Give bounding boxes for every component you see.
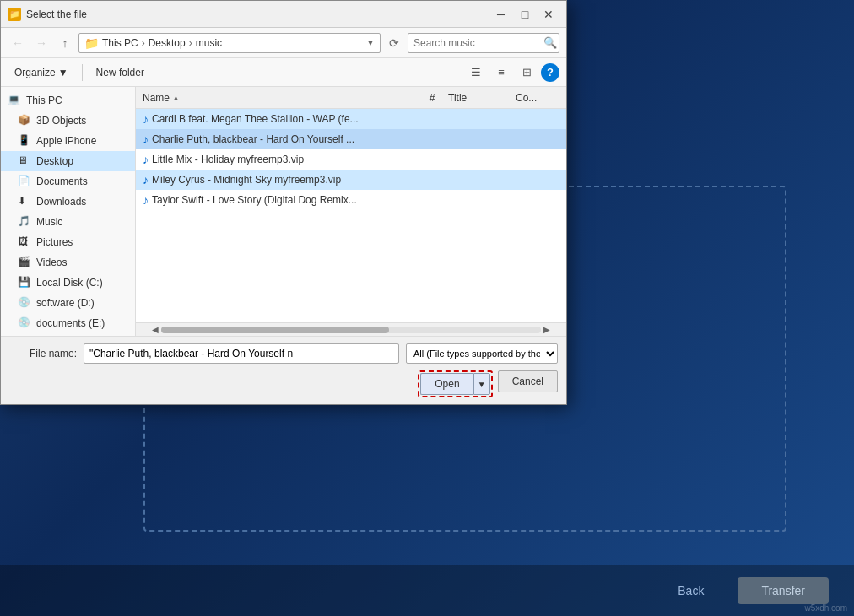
sidebar-label-pictures: Pictures xyxy=(36,236,73,248)
cancel-button[interactable]: Cancel xyxy=(498,370,558,392)
sidebar-label-apple-iphone: Apple iPhone xyxy=(36,135,96,147)
path-dropdown-arrow[interactable]: ▼ xyxy=(366,38,375,47)
hscroll-thumb[interactable] xyxy=(161,327,389,333)
open-button-main[interactable]: Open xyxy=(420,373,473,395)
col-header-name[interactable]: Name ▲ xyxy=(139,92,419,104)
file-name-1: ♪ Cardi B feat. Megan Thee Stallion - WA… xyxy=(139,112,419,126)
path-folder-icon: 📁 xyxy=(84,36,99,50)
close-button[interactable]: ✕ xyxy=(538,5,559,24)
col-name-label: Name xyxy=(143,92,170,104)
help-button[interactable]: ? xyxy=(541,63,559,82)
file-row-4[interactable]: ♪ Miley Cyrus - Midnight Sky myfreemp3.v… xyxy=(136,170,566,190)
iphone-icon: 📱 xyxy=(18,134,31,148)
file-label-5: Taylor Swift - Love Story (Digital Dog R… xyxy=(152,194,357,206)
pictures-icon: 🖼 xyxy=(18,235,31,249)
minimize-button[interactable]: ─ xyxy=(490,5,512,24)
organize-label: Organize xyxy=(14,67,56,78)
sidebar-item-apple-iphone[interactable]: 📱 Apple iPhone xyxy=(1,131,135,151)
file-label-3: Little Mix - Holiday myfreemp3.vip xyxy=(152,154,304,165)
col-num-label: # xyxy=(430,92,435,104)
back-button[interactable]: Back xyxy=(654,577,727,604)
sidebar-item-desktop[interactable]: 🖥 Desktop xyxy=(1,151,135,171)
file-row-5[interactable]: ♪ Taylor Swift - Love Story (Digital Dog… xyxy=(136,190,566,210)
forward-nav-button[interactable]: → xyxy=(31,33,51,53)
file-row-3[interactable]: ♪ Little Mix - Holiday myfreemp3.vip xyxy=(136,149,566,170)
filename-label: File name: xyxy=(9,348,77,359)
main-area: 💻 This PC 📦 3D Objects 📱 Apple iPhone 🖥 … xyxy=(1,87,566,336)
horizontal-scrollbar[interactable]: ◀ ▶ xyxy=(136,322,566,336)
hscroll-right-arrow[interactable]: ▶ xyxy=(541,324,553,336)
downloads-icon: ⬇ xyxy=(18,195,31,208)
documents-icon: 📄 xyxy=(18,175,31,188)
sidebar-label-documents: Documents xyxy=(36,176,88,187)
title-bar-controls: ─ □ ✕ xyxy=(490,5,559,24)
new-folder-label: New folder xyxy=(96,67,144,78)
filetype-select[interactable]: All (File types supported by the xyxy=(406,343,558,364)
sidebar-label-documents-e: documents (E:) xyxy=(36,317,105,329)
sidebar-label-3d-objects: 3D Objects xyxy=(36,115,86,127)
hscroll-left-arrow[interactable]: ◀ xyxy=(149,324,161,336)
col-title-label: Title xyxy=(448,92,467,104)
organize-button[interactable]: Organize ▼ xyxy=(8,64,75,81)
file-name-5: ♪ Taylor Swift - Love Story (Digital Dog… xyxy=(139,193,419,207)
address-bar: ← → ↑ 📁 This PC › Desktop › music ▼ ⟳ 🔍 xyxy=(1,28,566,58)
sidebar-label-desktop: Desktop xyxy=(36,155,73,167)
open-button-dropdown[interactable]: ▼ xyxy=(473,373,490,395)
back-nav-button[interactable]: ← xyxy=(8,33,28,53)
sidebar-item-3d-objects[interactable]: 📦 3D Objects xyxy=(1,111,135,131)
sidebar-item-this-pc[interactable]: 💻 This PC xyxy=(1,90,135,111)
dialog-icon: 📁 xyxy=(8,8,21,21)
refresh-button[interactable]: ⟳ xyxy=(384,33,404,53)
file-name-2: ♪ Charlie Puth, blackbear - Hard On Your… xyxy=(139,132,419,146)
path-sep-1: › xyxy=(142,37,145,49)
new-folder-button[interactable]: New folder xyxy=(89,64,151,81)
address-path[interactable]: 📁 This PC › Desktop › music ▼ xyxy=(78,33,381,53)
view-list-button[interactable]: ☰ xyxy=(465,62,487,83)
disk-c-icon: 💾 xyxy=(18,276,31,289)
sidebar-label-software-d: software (D:) xyxy=(36,297,95,309)
maximize-button[interactable]: □ xyxy=(514,5,536,24)
toolbar-right: ☰ ≡ ⊞ ? xyxy=(465,62,559,83)
col-header-contributing[interactable]: Co... xyxy=(512,92,563,104)
transfer-button[interactable]: Transfer xyxy=(738,577,829,604)
music-file-icon-3: ♪ xyxy=(143,153,149,166)
sidebar-item-music[interactable]: 🎵 Music xyxy=(1,212,135,232)
file-dialog: 📁 Select the file ─ □ ✕ ← → ↑ 📁 This PC … xyxy=(0,0,567,405)
file-row-1[interactable]: ♪ Cardi B feat. Megan Thee Stallion - WA… xyxy=(136,109,566,129)
filename-input[interactable] xyxy=(84,343,399,364)
sidebar-label-music: Music xyxy=(36,216,62,228)
sidebar-item-software-d[interactable]: 💿 software (D:) xyxy=(1,293,135,313)
file-row-2[interactable]: ♪ Charlie Puth, blackbear - Hard On Your… xyxy=(136,129,566,149)
file-list-area: Name ▲ # Title Co... ♪ Cardi B xyxy=(136,87,566,336)
dialog-bottom: File name: All (File types supported by … xyxy=(1,336,566,404)
column-headers: Name ▲ # Title Co... xyxy=(136,87,566,109)
search-input[interactable] xyxy=(413,37,540,49)
sidebar-item-documents[interactable]: 📄 Documents xyxy=(1,171,135,192)
sidebar-label-this-pc: This PC xyxy=(26,95,62,106)
3d-objects-icon: 📦 xyxy=(18,114,31,127)
file-rows: ♪ Cardi B feat. Megan Thee Stallion - WA… xyxy=(136,109,566,322)
col-header-title[interactable]: Title xyxy=(445,92,512,104)
view-toggle-button[interactable]: ⊞ xyxy=(516,62,538,83)
music-file-icon-1: ♪ xyxy=(143,112,149,126)
sidebar-label-downloads: Downloads xyxy=(36,196,86,208)
search-box[interactable]: 🔍 xyxy=(408,33,559,53)
filename-row: File name: All (File types supported by … xyxy=(9,343,558,364)
up-nav-button[interactable]: ↑ xyxy=(55,33,75,53)
sidebar-item-videos[interactable]: 🎬 Videos xyxy=(1,252,135,273)
sidebar-item-pictures[interactable]: 🖼 Pictures xyxy=(1,232,135,252)
toolbar: Organize ▼ New folder ☰ ≡ ⊞ ? xyxy=(1,58,566,87)
sidebar: 💻 This PC 📦 3D Objects 📱 Apple iPhone 🖥 … xyxy=(1,87,136,336)
hscroll-track[interactable] xyxy=(161,327,541,333)
view-details-button[interactable]: ≡ xyxy=(490,62,512,83)
buttons-row: Open ▼ Cancel xyxy=(9,370,558,397)
organize-dropdown-icon: ▼ xyxy=(58,67,68,78)
music-file-icon-5: ♪ xyxy=(143,193,149,207)
sidebar-label-videos: Videos xyxy=(36,257,67,268)
music-file-icon-2: ♪ xyxy=(143,132,149,146)
file-label-4: Miley Cyrus - Midnight Sky myfreemp3.vip xyxy=(152,174,341,186)
sidebar-item-local-disk-c[interactable]: 💾 Local Disk (C:) xyxy=(1,273,135,293)
sidebar-item-downloads[interactable]: ⬇ Downloads xyxy=(1,192,135,212)
sidebar-item-documents-e[interactable]: 💿 documents (E:) xyxy=(1,313,135,333)
col-header-number[interactable]: # xyxy=(419,92,445,104)
